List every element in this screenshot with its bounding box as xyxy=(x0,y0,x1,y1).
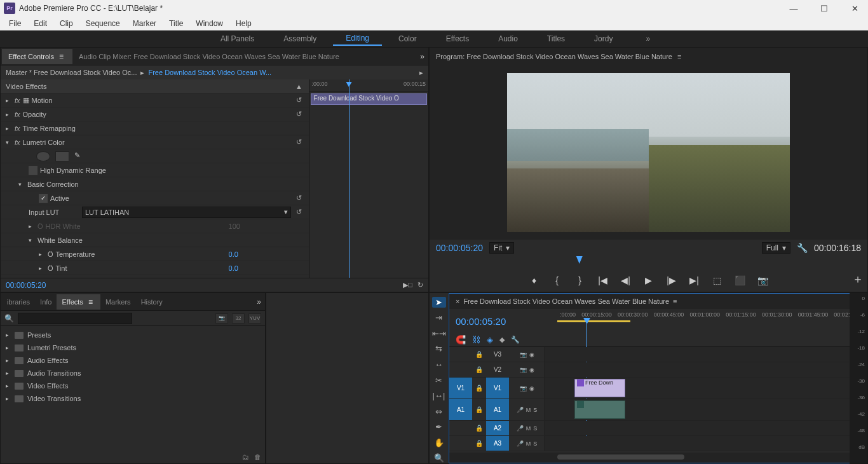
track-v2[interactable]: 🔒V2 📷◉ xyxy=(449,362,867,378)
tab-markers[interactable]: Markers xyxy=(100,295,136,309)
ws-all-panels[interactable]: All Panels xyxy=(208,32,267,45)
effects-search-input[interactable] xyxy=(18,313,132,324)
tab-libraries[interactable]: ibraries xyxy=(2,295,35,309)
slip-tool[interactable]: |↔| xyxy=(432,390,446,401)
hdr-checkbox[interactable] xyxy=(29,166,37,175)
ec-play-icon[interactable]: ▶□ xyxy=(403,281,412,289)
active-row[interactable]: ✓ Active ↺ xyxy=(1,191,309,205)
ripple-edit-tool[interactable]: ⇤⇥ xyxy=(432,328,446,339)
program-video-area[interactable] xyxy=(430,65,867,240)
selection-tool[interactable]: ➤ xyxy=(432,297,446,308)
pen-tool[interactable]: ✒ xyxy=(432,421,446,432)
audio-clip[interactable] xyxy=(574,400,625,419)
slide-tool[interactable]: ⇔ xyxy=(432,406,446,417)
video-clip[interactable]: Free Down xyxy=(574,379,625,397)
track-a3[interactable]: 🔒A3 🎤MS xyxy=(449,436,867,451)
input-lut-row[interactable]: Input LUT LUT LATIHAN▾ ↺ xyxy=(1,205,309,219)
reset-icon[interactable]: ↺ xyxy=(294,138,305,146)
rolling-edit-tool[interactable]: ⇆ xyxy=(432,344,446,355)
yuv-badge-icon[interactable]: YUV xyxy=(248,313,261,324)
work-area-bar[interactable] xyxy=(557,320,630,322)
fx-lumetri-row[interactable]: ▾fx Lumetri Color ↺ xyxy=(1,135,309,149)
mask-rect-icon[interactable] xyxy=(55,151,69,161)
32bit-badge-icon[interactable]: 32 xyxy=(232,313,245,324)
export-frame-icon[interactable]: 📷 xyxy=(757,275,769,286)
active-checkbox[interactable]: ✓ xyxy=(39,194,48,203)
effect-controls-timeline[interactable]: :00:0000:00:15 Free Download Stock Video… xyxy=(309,79,428,278)
zoom-fit-dropdown[interactable]: Fit▾ xyxy=(489,242,514,254)
timeline-display-settings-icon[interactable]: ◆ xyxy=(499,336,505,344)
panel-menu-icon[interactable]: ≡ xyxy=(677,53,681,60)
tab-info[interactable]: Info xyxy=(35,295,57,309)
step-back-icon[interactable]: ◀| xyxy=(620,275,632,286)
panel-overflow-icon[interactable]: » xyxy=(417,52,427,61)
fx-opacity-row[interactable]: ▸fx Opacity ↺ xyxy=(1,107,309,121)
extract-icon[interactable]: ⬛ xyxy=(735,275,746,286)
ws-audio[interactable]: Audio xyxy=(485,32,531,45)
close-button[interactable]: ✕ xyxy=(845,2,864,15)
track-select-tool[interactable]: ⇥ xyxy=(432,313,446,324)
ws-effects[interactable]: Effects xyxy=(433,32,482,45)
reset-icon[interactable]: ↺ xyxy=(294,96,305,104)
menu-edit[interactable]: Edit xyxy=(27,19,53,28)
markers-icon[interactable]: ◈ xyxy=(487,335,493,345)
tab-effect-controls[interactable]: Effect Controls ≡ xyxy=(2,49,72,64)
delete-icon[interactable]: 🗑 xyxy=(254,453,261,461)
ws-color[interactable]: Color xyxy=(386,32,430,45)
ws-overflow[interactable]: » xyxy=(635,32,660,45)
track-a1[interactable]: A1🔒A1 🎤MS xyxy=(449,399,867,421)
resolution-dropdown[interactable]: Full▾ xyxy=(762,242,790,254)
timeline-timecode[interactable]: 00:00:05:20 xyxy=(449,309,557,333)
program-playhead[interactable] xyxy=(576,256,583,264)
ws-jordy[interactable]: Jordy xyxy=(581,32,625,45)
folder-audio-effects[interactable]: ▸Audio Effects xyxy=(1,354,265,367)
folder-audio-transitions[interactable]: ▸Audio Transitions xyxy=(1,367,265,379)
settings-icon[interactable]: 🔧 xyxy=(797,243,808,253)
play-icon[interactable]: ▶ xyxy=(643,275,654,286)
fx-time-remapping-row[interactable]: ▸fx Time Remapping xyxy=(1,121,309,135)
panel-overflow-icon[interactable]: » xyxy=(254,297,264,306)
ec-playhead[interactable] xyxy=(349,79,349,278)
sequence-clip-link[interactable]: Free Download Stock Video Ocean W... xyxy=(148,69,271,76)
razor-tool[interactable]: ✂ xyxy=(432,375,446,386)
ws-assembly[interactable]: Assembly xyxy=(271,32,329,45)
basic-correction-row[interactable]: ▾ Basic Correction xyxy=(1,177,309,191)
mask-ellipse-icon[interactable] xyxy=(36,151,50,161)
tab-effects[interactable]: Effects ≡ xyxy=(57,294,100,310)
rate-stretch-tool[interactable]: ↔ xyxy=(432,359,446,370)
tab-history[interactable]: History xyxy=(136,295,168,309)
header-chevron-icon[interactable]: ▲ xyxy=(294,83,305,90)
add-marker-icon[interactable]: ♦ xyxy=(529,275,540,286)
white-balance-row[interactable]: ▾ White Balance xyxy=(1,233,309,247)
tint-row[interactable]: ▸Ö Tint 0.0 xyxy=(1,261,309,275)
zoom-tool[interactable]: 🔍 xyxy=(432,453,446,463)
track-v1[interactable]: V1🔒V1 📷◉ Free Down xyxy=(449,378,867,399)
temperature-row[interactable]: ▸Ö Temperature 0.0 xyxy=(1,247,309,261)
new-bin-icon[interactable]: 🗂 xyxy=(242,453,249,461)
timeline-settings-icon[interactable]: 🔧 xyxy=(511,336,520,344)
timeline-zoom-scrollbar[interactable] xyxy=(449,453,867,463)
input-lut-dropdown[interactable]: LUT LATIHAN▾ xyxy=(82,207,291,218)
go-to-in-icon[interactable]: |◀ xyxy=(597,275,609,286)
fx-motion-row[interactable]: ▸fx ▦ Motion ↺ xyxy=(1,93,309,107)
mark-in-icon[interactable]: { xyxy=(552,275,563,286)
ec-loop-icon[interactable]: ↻ xyxy=(417,281,423,289)
maximize-button[interactable]: ☐ xyxy=(815,2,834,15)
tab-audio-clip-mixer[interactable]: Audio Clip Mixer: Free Download Stock Vi… xyxy=(72,50,339,64)
ws-editing[interactable]: Editing xyxy=(333,32,382,46)
folder-lumetri-presets[interactable]: ▸Lumetri Presets xyxy=(1,341,265,354)
folder-video-transitions[interactable]: ▸Video Transitions xyxy=(1,392,265,405)
button-editor-icon[interactable]: ＋ xyxy=(852,271,864,287)
menu-clip[interactable]: Clip xyxy=(53,19,79,28)
mark-out-icon[interactable]: } xyxy=(574,275,586,286)
panel-menu-icon[interactable]: ≡ xyxy=(57,52,66,61)
ec-timecode[interactable]: 00:00:05:20 xyxy=(6,281,46,290)
snap-icon[interactable]: 🧲 xyxy=(456,335,466,345)
step-fwd-icon[interactable]: |▶ xyxy=(666,275,677,286)
ws-titles[interactable]: Titles xyxy=(534,32,578,45)
menu-sequence[interactable]: Sequence xyxy=(79,19,126,28)
reset-icon[interactable]: ↺ xyxy=(294,208,305,216)
menu-file[interactable]: File xyxy=(3,19,27,28)
program-tc-left[interactable]: 00:00:05:20 xyxy=(436,243,483,253)
sequence-name[interactable]: Free Download Stock Video Ocean Waves Se… xyxy=(463,297,669,305)
